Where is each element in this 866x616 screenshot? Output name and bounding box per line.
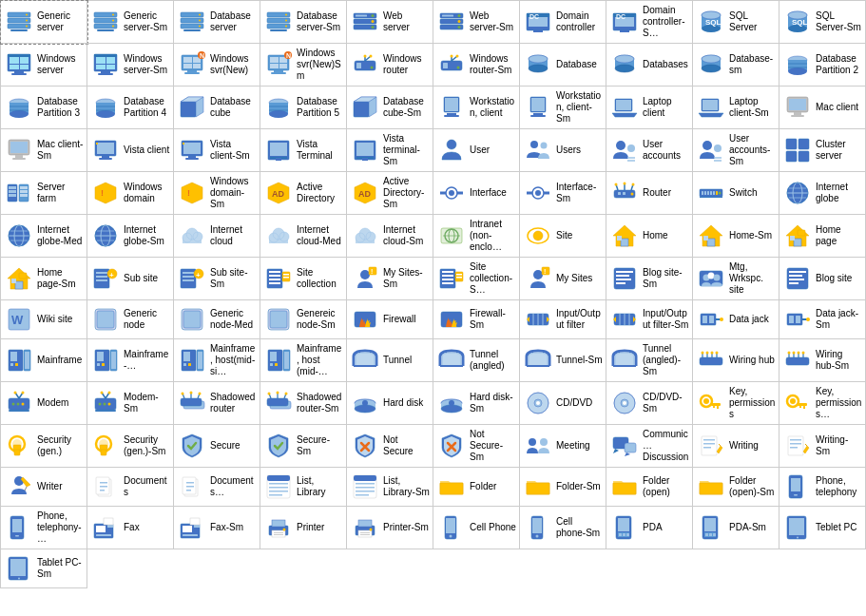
grid-cell-folder-open-sm[interactable]: Folder (open)-Sm <box>693 468 779 507</box>
grid-cell-not-secure[interactable]: Not Secure <box>347 425 433 468</box>
grid-cell-db-partition5[interactable]: Database Partition 5 <box>260 87 347 129</box>
grid-cell-db-cube[interactable]: Database cube <box>174 87 260 129</box>
grid-cell-vista-terminal[interactable]: Vista Terminal <box>260 129 347 172</box>
grid-cell-mainframe-sm[interactable]: Mainframe-… <box>87 339 174 382</box>
grid-cell-mtg-wrkspc[interactable]: Mtg, Wrkspc. site <box>693 258 779 300</box>
grid-cell-vista-client[interactable]: Vista client <box>87 129 174 172</box>
grid-cell-vista-terminal-sm[interactable]: Vista terminal-Sm <box>347 129 433 172</box>
grid-cell-database-sm[interactable]: Database-sm <box>693 44 779 87</box>
grid-cell-windows-router-sm[interactable]: Windows router-Sm <box>433 44 520 87</box>
grid-cell-shadowed-router-sm[interactable]: Shadowed router-Sm <box>260 382 347 425</box>
grid-cell-interface-sm[interactable]: Interface-Sm <box>520 172 606 215</box>
grid-cell-databases[interactable]: Databases <box>606 44 693 87</box>
grid-cell-database-server[interactable]: Database server <box>174 1 260 44</box>
grid-cell-modem[interactable]: Modem <box>1 382 87 425</box>
grid-cell-db-partition2[interactable]: Database Partition 2 <box>779 44 866 87</box>
grid-cell-db-partition3[interactable]: Database Partition 3 <box>1 87 87 129</box>
grid-cell-domain-controller[interactable]: DC Domain controller <box>520 1 606 44</box>
grid-cell-generic-node-sm2[interactable]: Genereic node-Sm <box>260 300 347 339</box>
grid-cell-cell-phone-sm[interactable]: Cell phone-Sm <box>520 507 606 549</box>
grid-cell-documents2[interactable]: Documents… <box>174 468 260 507</box>
grid-cell-windows-server[interactable]: Windows server <box>1 44 87 87</box>
grid-cell-data-jack[interactable]: Data jack <box>693 300 779 339</box>
grid-cell-tunnel-angled-sm[interactable]: Tunnel (angled)-Sm <box>606 339 693 382</box>
grid-cell-database[interactable]: Database <box>520 44 606 87</box>
grid-cell-database-server-sm[interactable]: Database server-Sm <box>260 1 347 44</box>
grid-cell-db-cube-sm[interactable]: Database cube-Sm <box>347 87 433 129</box>
grid-cell-generic-node[interactable]: Generic node <box>87 300 174 339</box>
grid-cell-laptop-client[interactable]: Laptop client <box>606 87 693 129</box>
grid-cell-tablet-pc-sm[interactable]: Tablet PC-Sm <box>1 549 87 588</box>
grid-cell-shadowed-router[interactable]: Shadowed router <box>174 382 260 425</box>
grid-cell-generic-server-sm[interactable]: Generic server-Sm <box>87 1 174 44</box>
grid-cell-tunnel-sm[interactable]: Tunnel-Sm <box>520 339 606 382</box>
grid-cell-blog-site-sm[interactable]: Blog site-Sm <box>606 258 693 300</box>
grid-cell-key-permissions-sm[interactable]: Key, permissions… <box>779 382 866 425</box>
grid-cell-sub-site-sm[interactable]: + Sub site-Sm <box>174 258 260 300</box>
grid-cell-site-collection-sm[interactable]: Site collection-S… <box>433 258 520 300</box>
grid-cell-documents[interactable]: Documents <box>87 468 174 507</box>
grid-cell-secure-sm[interactable]: Secure-Sm <box>260 425 347 468</box>
grid-cell-internet-cloud-sm[interactable]: Internet cloud-Sm <box>347 215 433 258</box>
grid-cell-hard-disk[interactable]: Hard disk <box>347 382 433 425</box>
grid-cell-phone-telephony-sm[interactable]: Phone, telephony-… <box>1 507 87 549</box>
grid-cell-windows-svr-new[interactable]: N Windows svr(New) <box>174 44 260 87</box>
grid-cell-tablet-pc[interactable]: Teblet PC <box>779 507 866 549</box>
grid-cell-web-server-sm[interactable]: Web server-Sm <box>433 1 520 44</box>
grid-cell-mainframe-host-sm[interactable]: Mainframe, host (mid-… <box>260 339 347 382</box>
grid-cell-cd-dvd[interactable]: CD/DVD <box>520 382 606 425</box>
grid-cell-home-page-sm[interactable]: Home page-Sm <box>1 258 87 300</box>
grid-cell-printer-sm[interactable]: Printer-Sm <box>347 507 433 549</box>
grid-cell-security-gen[interactable]: Security (gen.) <box>1 425 87 468</box>
grid-cell-wiki-site[interactable]: W Wiki site <box>1 300 87 339</box>
grid-cell-vista-client-sm[interactable]: Vista client-Sm <box>174 129 260 172</box>
grid-cell-my-sites-sm[interactable]: ! My Sites-Sm <box>347 258 433 300</box>
grid-cell-mac-client-sm[interactable]: Mac client-Sm <box>1 129 87 172</box>
grid-cell-user[interactable]: User <box>433 129 520 172</box>
grid-cell-mac-client[interactable]: Mac client <box>779 87 866 129</box>
grid-cell-sql-server[interactable]: SQL SQL Server <box>693 1 779 44</box>
grid-cell-tunnel-angled[interactable]: Tunnel (angled) <box>433 339 520 382</box>
grid-cell-windows-router[interactable]: Windows router <box>347 44 433 87</box>
grid-cell-printer[interactable]: Printer <box>260 507 347 549</box>
grid-cell-list-library-sm[interactable]: List, Library-Sm <box>347 468 433 507</box>
grid-cell-cluster-server[interactable]: Cluster server <box>779 129 866 172</box>
grid-cell-folder[interactable]: Folder <box>433 468 520 507</box>
grid-cell-cell-phone[interactable]: Cell Phone <box>433 507 520 549</box>
grid-cell-pda-sm[interactable]: PDA-Sm <box>693 507 779 549</box>
grid-cell-router[interactable]: Router <box>606 172 693 215</box>
grid-cell-wiring-hub-sm[interactable]: Wiring hub-Sm <box>779 339 866 382</box>
grid-cell-sql-server-sm[interactable]: SQL SQL Server-Sm <box>779 1 866 44</box>
grid-cell-hard-disk-sm[interactable]: Hard disk-Sm <box>433 382 520 425</box>
grid-cell-windows-domain[interactable]: ! Windows domain <box>87 172 174 215</box>
grid-cell-site-collection[interactable]: Site collection <box>260 258 347 300</box>
grid-cell-generic-server[interactable]: Generic server <box>1 1 87 44</box>
grid-cell-internet-globe-med[interactable]: Internet globe-Med <box>1 215 87 258</box>
grid-cell-db-partition4[interactable]: Database Partition 4 <box>87 87 174 129</box>
grid-cell-workstation-client-sm[interactable]: Workstation, client-Sm <box>520 87 606 129</box>
grid-cell-not-secure-sm[interactable]: Not Secure-Sm <box>433 425 520 468</box>
grid-cell-interface[interactable]: Interface <box>433 172 520 215</box>
grid-cell-windows-domain-sm[interactable]: ! Windows domain-Sm <box>174 172 260 215</box>
grid-cell-io-filter[interactable]: Input/Output filter <box>520 300 606 339</box>
grid-cell-home-sm[interactable]: Home-Sm <box>693 215 779 258</box>
grid-cell-folder-sm[interactable]: Folder-Sm <box>520 468 606 507</box>
grid-cell-meeting[interactable]: Meeting <box>520 425 606 468</box>
grid-cell-internet-globe[interactable]: Internet globe <box>779 172 866 215</box>
grid-cell-web-server[interactable]: Web server <box>347 1 433 44</box>
grid-cell-user-accounts[interactable]: User accounts <box>606 129 693 172</box>
grid-cell-cd-dvd-sm[interactable]: CD/DVD-Sm <box>606 382 693 425</box>
grid-cell-secure[interactable]: Secure <box>174 425 260 468</box>
grid-cell-data-jack-sm[interactable]: Data jack-Sm <box>779 300 866 339</box>
grid-cell-server-farm[interactable]: Server farm <box>1 172 87 215</box>
grid-cell-domain-controller-sm[interactable]: DC Domain controller-S… <box>606 1 693 44</box>
grid-cell-security-gen-sm[interactable]: Security (gen.)-Sm <box>87 425 174 468</box>
grid-cell-folder-open[interactable]: Folder (open) <box>606 468 693 507</box>
grid-cell-writing[interactable]: Writing <box>693 425 779 468</box>
grid-cell-key-permissions[interactable]: Key, permissions <box>693 382 779 425</box>
grid-cell-comm-discussion[interactable]: Communic… Discussion <box>606 425 693 468</box>
grid-cell-firewall[interactable]: Firewall <box>347 300 433 339</box>
grid-cell-phone-telephony[interactable]: Phone, telephony <box>779 468 866 507</box>
grid-cell-fax[interactable]: Fax <box>87 507 174 549</box>
grid-cell-switch[interactable]: Switch <box>693 172 779 215</box>
